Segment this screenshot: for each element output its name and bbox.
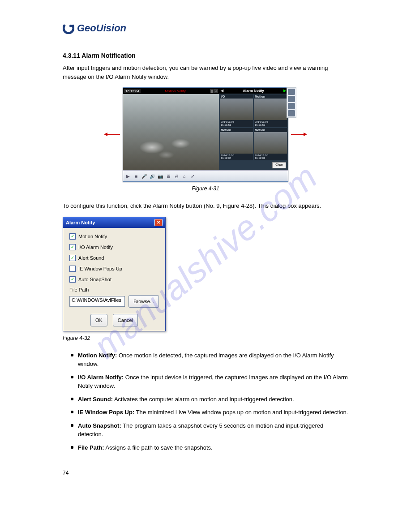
- checkbox-icon[interactable]: ✓: [69, 276, 76, 283]
- figure-caption-2: Figure 4-32: [63, 335, 348, 341]
- thumb-image: [220, 99, 253, 120]
- playback-status: Motion Notify: [165, 89, 186, 93]
- side-icon[interactable]: [288, 103, 295, 109]
- prev-alarm-icon[interactable]: ◀: [219, 89, 225, 93]
- file-path-input[interactable]: C:\WINDOWS\AviFiles: [69, 296, 125, 307]
- checkbox-icon[interactable]: ✓: [69, 255, 76, 261]
- figure-caption-1: Figure 4-31: [63, 185, 348, 192]
- alarm-notify-dialog: Alarm Notify ✕ ✓ Motion Notify ✓ I/O Ala…: [63, 217, 166, 331]
- thumb-timestamp: 2014/11/06 16:11:52: [254, 120, 287, 127]
- thumb-timestamp: 2014/11/06 16:11:51: [220, 120, 253, 127]
- alarm-thumbnails: I/O 2014/11/06 16:11:51 Motion 2014/11/0…: [219, 94, 288, 161]
- alarm-thumb[interactable]: Motion 2014/11/06 16:11:52: [254, 94, 287, 127]
- bullet-item: Alert Sound: Activates the computer alar…: [71, 395, 348, 404]
- figure-video-player: 16:12:04 Motion Notify || < ◀ Alarm: [63, 87, 348, 182]
- home-icon[interactable]: ⌂: [181, 173, 188, 179]
- video-player-window: 16:12:04 Motion Notify || < ◀ Alarm: [123, 87, 288, 182]
- logo-text: GeoUision: [77, 22, 126, 34]
- thumb-label: Motion: [220, 128, 253, 132]
- option-motion-notify[interactable]: ✓ Motion Notify: [69, 233, 159, 240]
- bullet-item: IE Window Pops Up: The minimized Live Vi…: [71, 408, 348, 417]
- svg-point-1: [69, 25, 72, 27]
- option-label: Auto SnapShot: [78, 277, 111, 282]
- alarm-thumb[interactable]: Motion 2014/11/06 16:12:03: [254, 128, 287, 161]
- alarm-notify-header: ◀ Alarm Notify ▶: [219, 88, 288, 94]
- playback-time: 16:12:04: [124, 89, 141, 93]
- bullet-item: File Path: Assigns a file path to save t…: [71, 443, 348, 452]
- thumb-image: [254, 132, 287, 154]
- fullscreen-icon[interactable]: ⤢: [189, 173, 196, 179]
- logo-icon: [63, 22, 74, 34]
- side-icon[interactable]: [288, 96, 295, 102]
- option-io-alarm-notify[interactable]: ✓ I/O Alarm Notify: [69, 244, 159, 250]
- cancel-button[interactable]: Cancel: [113, 314, 138, 326]
- option-auto-snapshot[interactable]: ✓ Auto SnapShot: [69, 276, 159, 283]
- clear-button[interactable]: Clear: [272, 162, 286, 168]
- thumb-image: [220, 132, 253, 154]
- monitor-icon[interactable]: 🖥: [165, 173, 171, 179]
- right-arrow-icon: [291, 134, 304, 135]
- video-frame: [123, 94, 219, 170]
- bullet-item: I/O Alarm Notify: Once the input device …: [71, 373, 348, 390]
- play-icon[interactable]: ▶: [125, 173, 131, 179]
- option-alert-sound[interactable]: ✓ Alert Sound: [69, 255, 159, 261]
- alarm-header-label: Alarm Notify: [243, 89, 264, 93]
- intro-paragraph: After input triggers and motion detectio…: [63, 64, 348, 81]
- bullet-item: Motion Notify: Once motion is detected, …: [71, 351, 348, 369]
- close-icon[interactable]: ✕: [154, 219, 163, 226]
- option-descriptions: Motion Notify: Once motion is detected, …: [71, 351, 348, 452]
- browse-button[interactable]: Browse...: [128, 295, 159, 308]
- thumb-label: Motion: [254, 94, 287, 99]
- dialog-title: Alarm Notify: [66, 220, 95, 225]
- alarm-thumb[interactable]: I/O 2014/11/06 16:11:51: [220, 94, 253, 127]
- mic-icon[interactable]: 🎤: [141, 173, 147, 179]
- speaker-icon[interactable]: 🔊: [149, 173, 155, 179]
- config-intro: To configure this function, click the Al…: [63, 202, 348, 210]
- player-sidebar: [287, 87, 296, 118]
- svg-point-0: [63, 22, 74, 34]
- left-arrow-icon: [107, 134, 120, 135]
- thumb-timestamp: 2014/11/06 16:12:03: [254, 154, 287, 160]
- thumb-image: [254, 99, 287, 120]
- dialog-title-bar: Alarm Notify ✕: [63, 217, 165, 228]
- option-label: IE Window Pops Up: [78, 266, 122, 271]
- alarm-thumb[interactable]: Motion 2014/11/06 16:12:00: [220, 128, 253, 161]
- ok-button[interactable]: OK: [90, 314, 107, 326]
- stop-icon[interactable]: ■: [133, 173, 139, 179]
- logo: GeoUision: [63, 22, 348, 34]
- back-icon[interactable]: <: [214, 89, 218, 93]
- player-toolbar: ▶ ■ 🎤 🔊 📷 🖥 🖨 ⌂ ⤢: [123, 170, 288, 181]
- option-label: Alert Sound: [78, 255, 104, 261]
- side-icon[interactable]: [288, 89, 295, 95]
- pause-icon[interactable]: ||: [210, 89, 214, 93]
- player-titlebar: 16:12:04 Motion Notify || <: [123, 88, 219, 94]
- thumb-timestamp: 2014/11/06 16:12:00: [220, 154, 253, 160]
- side-icon[interactable]: [288, 110, 295, 116]
- file-path-label: File Path: [69, 287, 159, 292]
- page-number: 74: [63, 470, 348, 476]
- checkbox-icon[interactable]: ✓: [69, 233, 76, 240]
- option-ie-window-pops-up[interactable]: IE Window Pops Up: [69, 266, 159, 272]
- checkbox-icon[interactable]: ✓: [69, 244, 76, 250]
- thumb-label: Motion: [254, 128, 287, 132]
- option-label: Motion Notify: [78, 234, 107, 239]
- bullet-item: Auto Snapshot: The program takes a snaps…: [71, 421, 348, 439]
- page-content: GeoUision 4.3.11 Alarm Notification Afte…: [0, 0, 411, 503]
- print-icon[interactable]: 🖨: [173, 173, 180, 179]
- thumb-label: I/O: [220, 94, 253, 99]
- checkbox-icon[interactable]: [69, 266, 76, 272]
- snapshot-icon[interactable]: 📷: [157, 173, 163, 179]
- section-title: 4.3.11 Alarm Notification: [63, 52, 348, 59]
- option-label: I/O Alarm Notify: [78, 245, 113, 250]
